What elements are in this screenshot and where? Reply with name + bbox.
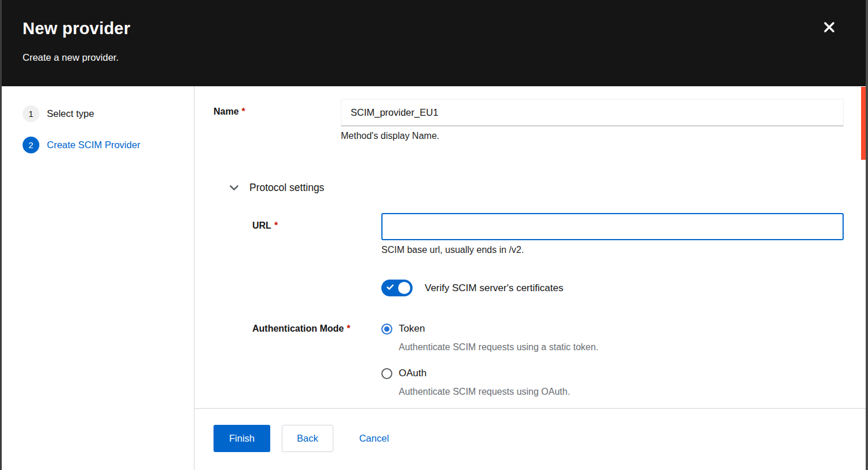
- wizard-steps-nav: 1 Select type 2 Create SCIM Provider: [2, 86, 194, 470]
- modal-header: New provider Create a new provider.: [2, 0, 866, 86]
- oauth-radio-row[interactable]: OAuth: [381, 368, 844, 379]
- required-asterisk: *: [347, 324, 350, 333]
- protocol-settings-section-header[interactable]: Protocol settings: [230, 182, 844, 194]
- new-provider-modal: New provider Create a new provider. 1 Se…: [0, 0, 868, 470]
- radio-selected-icon[interactable]: [381, 324, 392, 335]
- cancel-button[interactable]: Cancel: [358, 425, 390, 452]
- url-help-text: SCIM base url, usually ends in /v2.: [381, 244, 844, 255]
- back-button[interactable]: Back: [282, 425, 333, 452]
- browser-scrollbar-track[interactable]: [866, 0, 868, 470]
- name-form-row: Name* Method's display Name.: [214, 99, 844, 141]
- step-select-type[interactable]: 1 Select type: [23, 105, 194, 122]
- close-icon: [823, 21, 836, 34]
- modal-body: 1 Select type 2 Create SCIM Provider Nam…: [2, 86, 866, 470]
- required-asterisk: *: [242, 107, 245, 116]
- step-number-badge: 2: [23, 137, 39, 153]
- token-radio-row[interactable]: Token: [381, 323, 844, 335]
- verify-certificates-label: Verify SCIM server's certificates: [425, 282, 563, 294]
- close-button[interactable]: [821, 19, 837, 35]
- name-label: Name*: [214, 99, 341, 117]
- check-icon: [387, 284, 394, 291]
- url-form-row: URL* SCIM base url, usually ends in /v2.: [252, 213, 844, 255]
- toggle-knob: [398, 282, 410, 294]
- name-input[interactable]: [341, 99, 844, 126]
- token-radio-label: Token: [399, 323, 425, 335]
- auth-mode-option-token: Token Authenticate SCIM requests using a…: [381, 323, 844, 352]
- verify-certificates-toggle[interactable]: [381, 280, 413, 296]
- step-create-scim-provider[interactable]: 2 Create SCIM Provider: [23, 137, 194, 153]
- oauth-radio-label: OAuth: [399, 368, 426, 379]
- provider-form: Name* Method's display Name. Protocol se…: [194, 86, 866, 408]
- wizard-footer: Finish Back Cancel: [194, 408, 866, 470]
- verify-certificates-row: Verify SCIM server's certificates: [252, 280, 844, 296]
- auth-mode-option-oauth: OAuth Authenticate SCIM requests using O…: [381, 368, 844, 397]
- step-label: Select type: [47, 108, 94, 119]
- required-asterisk: *: [274, 221, 278, 230]
- finish-button[interactable]: Finish: [214, 425, 270, 452]
- step-number-badge: 1: [23, 105, 39, 122]
- name-help-text: Method's display Name.: [341, 130, 844, 141]
- modal-subtitle: Create a new provider.: [23, 52, 866, 63]
- url-input[interactable]: [381, 213, 844, 240]
- oauth-radio-description: Authenticate SCIM requests using OAuth.: [399, 386, 844, 397]
- chevron-down-icon: [230, 185, 238, 191]
- token-radio-description: Authenticate SCIM requests using a stati…: [399, 342, 844, 352]
- radio-unselected-icon[interactable]: [381, 368, 392, 379]
- backdrop-edge-left: [0, 0, 2, 470]
- section-title: Protocol settings: [249, 182, 324, 194]
- url-label: URL*: [252, 213, 381, 231]
- step-label: Create SCIM Provider: [47, 139, 140, 150]
- protocol-settings-group: URL* SCIM base url, usually ends in /v2.: [252, 213, 844, 408]
- wizard-main: Name* Method's display Name. Protocol se…: [194, 86, 866, 470]
- authentication-mode-label: Authentication Mode*: [252, 323, 381, 334]
- modal-title: New provider: [23, 19, 866, 38]
- authentication-mode-row: Authentication Mode* Token Authenticate …: [252, 323, 844, 408]
